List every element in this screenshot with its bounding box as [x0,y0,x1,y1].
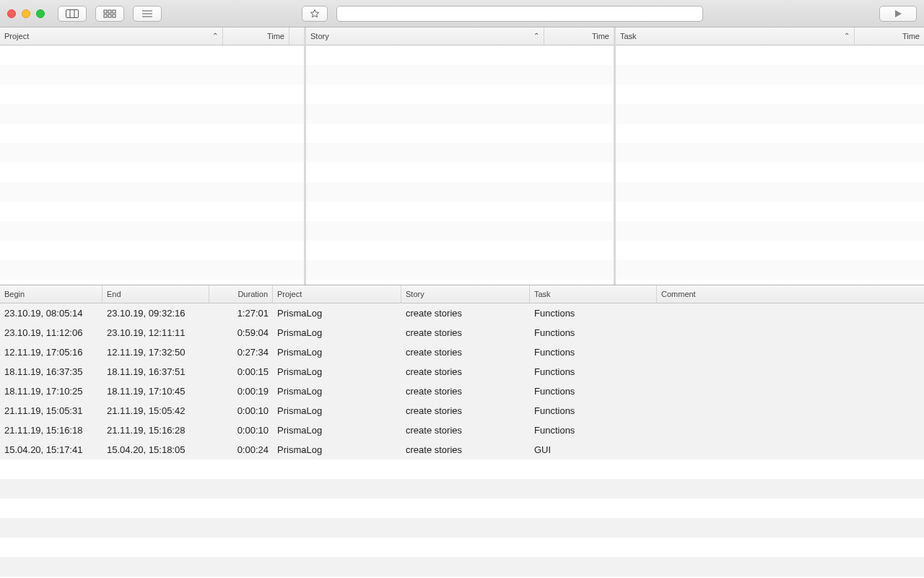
log-row[interactable]: 23.10.19, 08:05:1423.10.19, 09:32:161:27… [0,303,924,323]
log-begin: 21.11.19, 15:05:31 [0,405,103,416]
log-project: PrismaLog [273,347,401,358]
col-duration-label: Duration [237,290,268,298]
log-begin: 18.11.19, 17:10:25 [0,386,103,397]
col-project-label: Project [4,32,29,40]
col-time-label: Time [267,32,284,40]
log-begin: 18.11.19, 16:37:35 [0,366,103,377]
log-task: Functions [530,425,657,436]
log-row[interactable]: 15.04.20, 15:17:4115.04.20, 15:18:050:00… [0,440,924,460]
log-begin: 12.11.19, 17:05:16 [0,347,103,358]
grid-view-button[interactable] [95,6,124,22]
log-duration: 0:00:15 [209,366,273,377]
log-duration: 0:00:24 [209,444,273,455]
col-task-label: Task [534,290,551,298]
log-row[interactable]: 23.10.19, 11:12:0623.10.19, 12:11:110:59… [0,323,924,342]
log-end: 18.11.19, 17:10:45 [103,386,209,397]
log-duration: 1:27:01 [209,308,273,319]
log-story: create stories [401,425,530,436]
log-row[interactable]: 21.11.19, 15:16:1821.11.19, 15:16:280:00… [0,420,924,440]
log-project: PrismaLog [273,405,401,416]
projects-rows: ACME Inc.4:01:16Los Pollos Hermanos2:55:… [0,46,304,285]
close-icon[interactable] [7,9,16,18]
col-comment-label: Comment [661,290,696,298]
log-project: PrismaLog [273,366,401,377]
log-story: create stories [401,386,530,397]
log-task: Functions [530,347,657,358]
log-task: Functions [530,308,657,319]
log-project: PrismaLog [273,444,401,455]
svg-rect-4 [108,10,111,13]
log-duration: 0:00:10 [209,425,273,436]
log-duration: 0:00:10 [209,405,273,416]
log-duration: 0:59:04 [209,327,273,338]
log-project: PrismaLog [273,386,401,397]
col-project-label: Project [277,290,302,298]
col-time-label: Time [902,32,920,40]
log-story: create stories [401,327,530,338]
col-story-label: Story [406,290,424,298]
chevron-up-icon: ⌃ [533,32,539,40]
log-task: Functions [530,386,657,397]
chevron-up-icon: ⌃ [212,32,218,40]
log-end: 23.10.19, 09:32:16 [103,308,209,319]
log-duration: 0:27:34 [209,347,273,358]
svg-rect-6 [104,14,107,17]
stories-header[interactable]: Story⌃ Time [306,27,614,46]
log-story: create stories [401,444,530,455]
play-button[interactable] [879,6,917,22]
window-controls [7,9,45,18]
col-task-label: Task [620,32,637,40]
log-begin: 21.11.19, 15:16:18 [0,425,103,436]
stories-pane: Story⌃ Time create projects12:50:04creat… [306,27,616,285]
col-begin-label: Begin [4,290,25,298]
col-story-label: Story [310,32,329,40]
col-end-label: End [107,290,121,298]
log-end: 21.11.19, 15:05:42 [103,405,209,416]
tasks-rows: Functions2:54:33GUI0:00:24 [616,46,924,285]
logs-rows: 23.10.19, 08:05:1423.10.19, 09:32:161:27… [0,303,924,578]
log-row[interactable]: 12.11.19, 17:05:1612.11.19, 17:32:500:27… [0,342,924,362]
logs-pane: Begin End Duration Project Story Task Co… [0,285,924,578]
minimize-icon[interactable] [22,9,30,18]
zoom-icon[interactable] [36,9,45,18]
svg-rect-8 [113,14,116,17]
logs-header[interactable]: Begin End Duration Project Story Task Co… [0,285,924,303]
log-story: create stories [401,366,530,377]
log-begin: 23.10.19, 08:05:14 [0,308,103,319]
projects-header[interactable]: Project⌃ Time [0,27,304,46]
log-story: create stories [401,405,530,416]
log-project: PrismaLog [273,308,401,319]
log-story: create stories [401,347,530,358]
log-end: 12.11.19, 17:32:50 [103,347,209,358]
titlebar [0,0,924,27]
tasks-header[interactable]: Task⌃ Time [616,27,924,46]
stories-rows: create projects12:50:04create stories2:5… [306,46,614,285]
log-end: 23.10.19, 12:11:11 [103,327,209,338]
log-task: Functions [530,405,657,416]
log-story: create stories [401,308,530,319]
tasks-pane: Task⌃ Time Functions2:54:33GUI0:00:24 [616,27,924,285]
svg-rect-5 [113,10,116,13]
log-duration: 0:00:19 [209,386,273,397]
log-row[interactable]: 18.11.19, 17:10:2518.11.19, 17:10:450:00… [0,381,924,401]
log-begin: 15.04.20, 15:17:41 [0,444,103,455]
svg-rect-7 [108,14,111,17]
favorite-button[interactable] [302,6,328,22]
log-task: Functions [530,366,657,377]
search-input[interactable] [336,6,703,22]
log-end: 21.11.19, 15:16:28 [103,425,209,436]
col-time-label: Time [592,32,609,40]
chevron-up-icon: ⌃ [844,32,850,40]
log-project: PrismaLog [273,327,401,338]
master-panes: Project⌃ Time ACME Inc.4:01:16Los Pollos… [0,27,924,285]
log-row[interactable]: 21.11.19, 15:05:3121.11.19, 15:05:420:00… [0,401,924,420]
log-end: 18.11.19, 16:37:51 [103,366,209,377]
log-project: PrismaLog [273,425,401,436]
svg-rect-0 [66,9,79,17]
log-task: Functions [530,327,657,338]
log-row[interactable]: 18.11.19, 16:37:3518.11.19, 16:37:510:00… [0,362,924,381]
log-task: GUI [530,444,657,455]
projects-pane: Project⌃ Time ACME Inc.4:01:16Los Pollos… [0,27,306,285]
columns-view-button[interactable] [58,6,87,22]
list-view-button[interactable] [133,6,162,22]
